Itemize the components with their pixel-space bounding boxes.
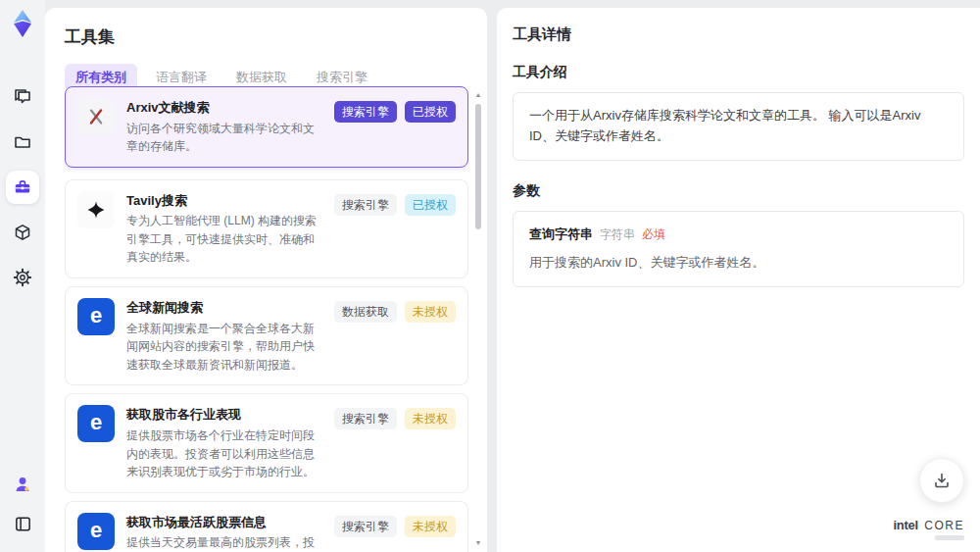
tool-title: 获取市场最活跃股票信息: [126, 514, 322, 531]
folder-icon: [13, 132, 32, 152]
rail-bottom: [0, 468, 45, 540]
tool-title: 全球新闻搜索: [126, 299, 322, 317]
tool-title: Tavily搜索: [126, 192, 322, 210]
gear-icon: [13, 268, 32, 287]
tool-list-scrollbar[interactable]: ▲ ▼: [472, 90, 484, 548]
tool-title: 获取股市各行业表现: [126, 406, 322, 424]
panel-toggle-icon: [14, 515, 32, 533]
tool-description: 专为人工智能代理 (LLM) 构建的搜索引擎工具，可快速提供实时、准确和真实的结…: [126, 212, 322, 267]
app-logo: [7, 8, 38, 39]
tool-category-badge: 搜索引擎: [334, 516, 397, 537]
param-name: 查询字符串: [529, 225, 593, 245]
tool-auth-badge: 未授权: [405, 301, 456, 323]
tool-detail-panel: 工具详情 工具介绍 一个用于从Arxiv存储库搜索科学论文和文章的工具。 输入可…: [497, 8, 980, 552]
tool-row[interactable]: e 获取股市各行业表现 提供股票市场各个行业在特定时间段内的表现。投资者可以利用…: [65, 393, 468, 492]
tool-description: 全球新闻搜索是一个聚合全球各大新闻网站内容的搜索引擎，帮助用户快速获取全球最新资…: [126, 320, 322, 375]
intel-core-logo: intel CORE: [893, 518, 964, 540]
intro-box: 一个用于从Arxiv存储库搜索科学论文和文章的工具。 输入可以是Arxiv ID…: [513, 92, 964, 161]
toolset-panel: 工具集 所有类别语言翻译数据获取搜索引擎 Arxiv文献搜索 访问各个研究领域大…: [45, 8, 487, 552]
tool-category-badge: 数据获取: [334, 301, 397, 323]
params-section-label: 参数: [513, 182, 964, 200]
files-nav-button[interactable]: [6, 125, 39, 159]
detail-title: 工具详情: [513, 25, 964, 44]
toolbox-icon: [13, 177, 32, 197]
brand-subtext-bar: [935, 535, 964, 540]
tool-title: Arxiv文献搜索: [126, 99, 322, 117]
packages-nav-button[interactable]: [6, 216, 39, 249]
tool-description: 提供当天交易量最高的股票列表，投资者可以利用这些信息来识别流动性强的股票和潜在的…: [126, 533, 322, 552]
tool-auth-badge: 未授权: [405, 516, 456, 537]
news-e-icon: e: [77, 513, 115, 550]
intel-wordmark: intel: [893, 518, 917, 532]
export-download-button[interactable]: [919, 458, 964, 503]
tool-description: 提供股票市场各个行业在特定时间段内的表现。投资者可以利用这些信息来识别表现优于或…: [126, 427, 322, 481]
tool-category-badge: 搜索引擎: [334, 101, 397, 123]
left-rail: [0, 0, 45, 552]
news-e-icon: e: [77, 298, 115, 335]
user-profile-button[interactable]: [6, 468, 39, 501]
tool-row[interactable]: Tavily搜索 专为人工智能代理 (LLM) 构建的搜索引擎工具，可快速提供实…: [65, 179, 468, 278]
page-title: 工具集: [65, 25, 467, 48]
settings-nav-button[interactable]: [6, 261, 39, 294]
chat-icon: [13, 87, 32, 107]
tool-description: 访问各个研究领域大量科学论文和文章的存储库。: [126, 120, 322, 156]
news-e-icon: e: [77, 405, 115, 442]
core-wordmark: CORE: [924, 519, 964, 532]
tool-auth-badge: 已授权: [405, 101, 456, 123]
tool-auth-badge: 未授权: [405, 408, 456, 429]
chat-nav-button[interactable]: [6, 80, 39, 114]
tool-row[interactable]: e 全球新闻搜索 全球新闻搜索是一个聚合全球各大新闻网站内容的搜索引擎，帮助用户…: [65, 286, 468, 385]
intro-section-label: 工具介绍: [513, 64, 964, 81]
scroll-up-icon[interactable]: ▲: [472, 90, 484, 100]
param-required-flag: 必填: [642, 226, 665, 244]
tool-auth-badge: 已授权: [405, 194, 456, 216]
download-icon: [932, 471, 952, 490]
tool-list: Arxiv文献搜索 访问各个研究领域大量科学论文和文章的存储库。 搜索引擎 已授…: [65, 86, 468, 552]
tavily-icon: [77, 191, 115, 228]
tool-row[interactable]: Arxiv文献搜索 访问各个研究领域大量科学论文和文章的存储库。 搜索引擎 已授…: [65, 86, 468, 168]
tool-category-badge: 搜索引擎: [334, 408, 397, 429]
tool-row[interactable]: e 获取市场最活跃股票信息 提供当天交易量最高的股票列表，投资者可以利用这些信息…: [65, 501, 468, 552]
cube-icon: [13, 223, 32, 242]
toolset-nav-button[interactable]: [6, 171, 39, 204]
collapse-panel-button[interactable]: [6, 507, 39, 540]
tool-category-badge: 搜索引擎: [334, 194, 397, 216]
rail-nav: [0, 80, 45, 294]
scrollbar-thumb[interactable]: [475, 104, 481, 229]
params-box: 查询字符串 字符串 必填 用于搜索的Arxiv ID、关键字或作者姓名。: [513, 211, 964, 288]
param-description: 用于搜索的Arxiv ID、关键字或作者姓名。: [529, 253, 948, 274]
user-avatar-icon: [13, 475, 32, 494]
scroll-down-icon[interactable]: ▼: [472, 538, 484, 548]
param-type: 字符串: [600, 226, 635, 244]
arxiv-icon: [77, 98, 115, 135]
